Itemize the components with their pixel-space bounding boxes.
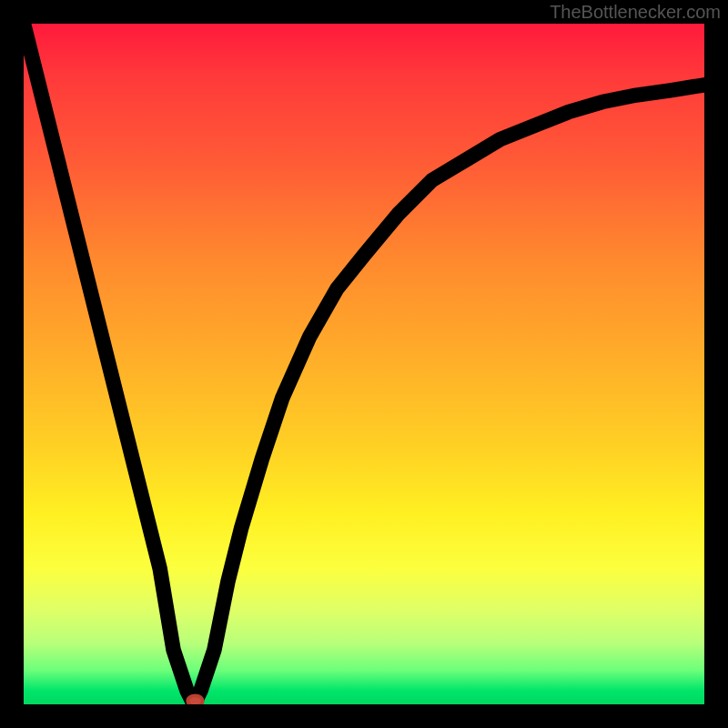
plot-frame: [24, 24, 704, 704]
watermark-text: TheBottlenecker.com: [550, 2, 721, 23]
page: TheBottlenecker.com: [0, 0, 728, 728]
bottleneck-curve: [24, 24, 704, 704]
curve-path: [24, 24, 704, 704]
minimum-marker: [187, 695, 202, 704]
